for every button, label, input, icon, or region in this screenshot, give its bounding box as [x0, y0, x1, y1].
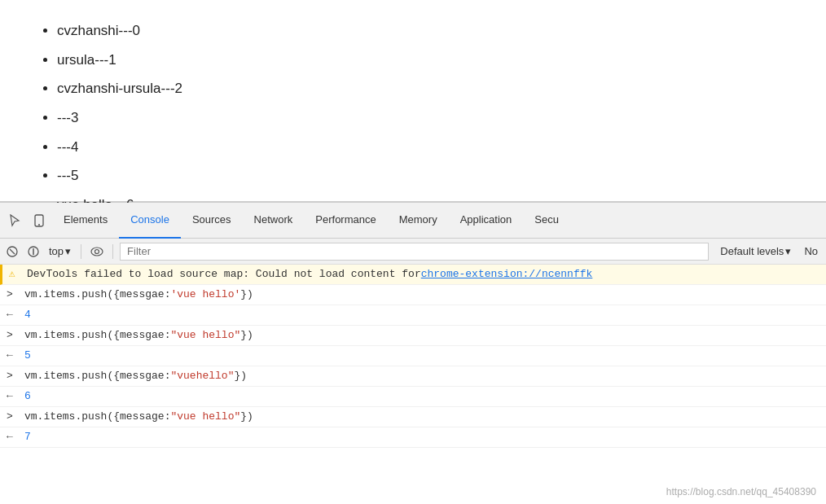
input-prompt-4: >	[7, 409, 18, 425]
devtools-panel: Elements Console Sources Network Perform…	[0, 202, 826, 504]
console-output-row-2: ← 5	[0, 346, 826, 366]
bullet-list: cvzhanshi---0 ursula---1 cvzhanshi-ursul…	[33, 16, 793, 220]
list-item: cvzhanshi---0	[57, 16, 793, 46]
tab-application[interactable]: Application	[449, 203, 524, 239]
devtools-tab-bar: Elements Console Sources Network Perform…	[0, 203, 826, 239]
tab-network[interactable]: Network	[243, 203, 305, 239]
list-item: ---4	[57, 133, 793, 162]
page-content: cvzhanshi---0 ursula---1 cvzhanshi-ursul…	[0, 0, 826, 202]
console-number-2: 5	[24, 348, 31, 364]
warning-icon: ⚠	[9, 266, 20, 283]
console-number-3: 6	[24, 388, 31, 405]
list-item: ursula---1	[57, 46, 793, 75]
svg-line-3	[10, 249, 15, 254]
console-code-1: vm.items.push({messgae:'vue hello'})	[24, 287, 253, 303]
console-number-1: 4	[24, 307, 31, 323]
list-item: cvzhanshi-ursula---2	[57, 74, 793, 103]
svg-point-6	[91, 248, 103, 256]
console-output-row-4: ← 7	[0, 427, 826, 448]
source-map-link[interactable]: chrome-extension://ncennffk	[421, 266, 593, 283]
console-output-row-3: ← 6	[0, 387, 826, 407]
console-output-row-1: ← 4	[0, 305, 826, 326]
console-warning-row: ⚠ DevTools failed to load source map: Co…	[0, 265, 826, 285]
toolbar-separator-2	[112, 244, 113, 259]
toolbar-no-label: No	[799, 245, 823, 257]
console-input-row-4: > vm.items.push({message:"vue hello"})	[0, 407, 826, 427]
svg-point-7	[95, 249, 99, 253]
stop-recording-button[interactable]	[24, 243, 42, 261]
output-prompt-1: ←	[7, 307, 18, 323]
cursor-icon[interactable]	[3, 209, 26, 232]
tab-performance[interactable]: Performance	[304, 203, 387, 239]
console-toolbar: top ▾ Default levels ▾ No	[0, 239, 826, 265]
console-code-2: vm.items.push({messgae:"vue hello"})	[24, 327, 253, 344]
console-output: ⚠ DevTools failed to load source map: Co…	[0, 265, 826, 504]
tab-memory[interactable]: Memory	[388, 203, 449, 239]
console-input-row-2: > vm.items.push({messgae:"vue hello"})	[0, 326, 826, 346]
mobile-icon[interactable]	[28, 209, 51, 232]
eye-icon-button[interactable]	[88, 243, 106, 261]
output-prompt-4: ←	[7, 429, 18, 445]
console-input-row-3: > vm.items.push({messgae:"vuehello"})	[0, 366, 826, 387]
warning-message: DevTools failed to load source map: Coul…	[27, 266, 421, 283]
tab-elements[interactable]: Elements	[52, 203, 119, 239]
console-number-4: 7	[24, 429, 31, 445]
list-item: ---5	[57, 161, 793, 191]
input-prompt-2: >	[7, 327, 18, 344]
clear-console-button[interactable]	[3, 243, 21, 261]
tab-sources[interactable]: Sources	[181, 203, 243, 239]
watermark: https://blog.csdn.net/qq_45408390	[666, 486, 816, 497]
console-code-3: vm.items.push({messgae:"vuehello"})	[24, 368, 247, 384]
input-prompt-1: >	[7, 287, 18, 303]
input-prompt-3: >	[7, 368, 18, 384]
output-prompt-2: ←	[7, 348, 18, 364]
output-prompt-3: ←	[7, 388, 18, 405]
console-code-4: vm.items.push({message:"vue hello"})	[24, 409, 253, 425]
tab-security[interactable]: Secu	[523, 203, 570, 239]
levels-dropdown-arrow: ▾	[785, 245, 791, 257]
toolbar-separator	[81, 244, 81, 259]
context-selector[interactable]: top ▾	[46, 243, 74, 259]
default-levels-dropdown[interactable]: Default levels ▾	[715, 243, 796, 259]
list-item: ---3	[57, 103, 793, 133]
dropdown-arrow-icon: ▾	[65, 245, 71, 257]
console-input-row-1: > vm.items.push({messgae:'vue hello'})	[0, 285, 826, 305]
tab-console[interactable]: Console	[119, 203, 181, 239]
filter-input[interactable]	[120, 243, 709, 261]
